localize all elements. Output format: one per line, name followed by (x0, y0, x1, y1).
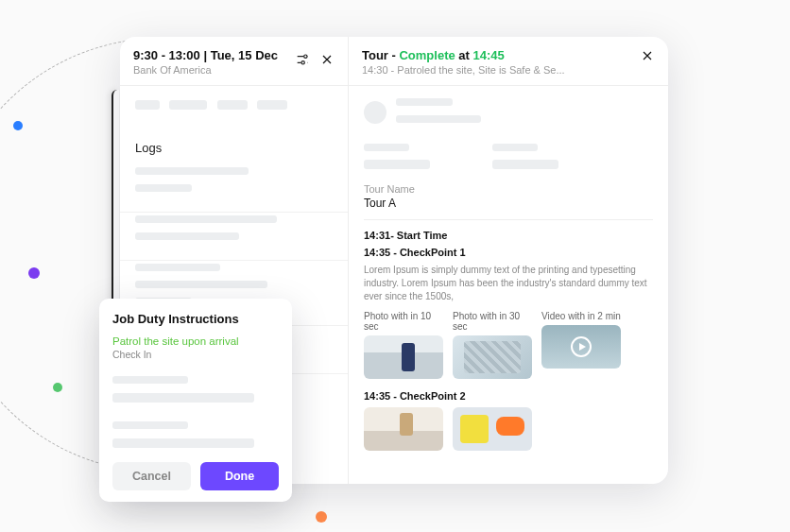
job-duty-modal: Job Duty Instructions Patrol the site up… (99, 299, 292, 502)
media-row: Photo with in 10 sec Photo with in 30 se… (364, 311, 653, 379)
close-icon[interactable] (640, 48, 655, 63)
checkpoint-2-line: 14:35 - CheckPoint 2 (364, 390, 653, 402)
start-time-text: 14:31- Start Time (364, 230, 447, 241)
at-word: at (455, 48, 473, 62)
divider (364, 219, 653, 220)
media-caption: Photo with in 30 sec (453, 311, 532, 332)
modal-title: Job Duty Instructions (112, 312, 279, 326)
photo-thumbnail[interactable] (453, 407, 532, 451)
status-time: 14:45 (473, 48, 505, 62)
checkpoint-1-line: 14:35 - CheckPoint 1 (364, 247, 653, 258)
done-button[interactable]: Done (200, 462, 279, 490)
date-separator: | (200, 48, 211, 62)
decorative-dot (316, 511, 327, 523)
log-item[interactable] (120, 213, 348, 261)
close-icon[interactable] (319, 52, 335, 67)
photo-thumbnail[interactable] (453, 335, 532, 379)
svg-point-1 (301, 61, 304, 64)
start-time-line: 14:31- Start Time (364, 230, 653, 241)
photo-thumbnail[interactable] (364, 407, 443, 451)
schedule-title: 9:30 - 13:00 | Tue, 15 Dec (133, 48, 278, 62)
play-icon (571, 336, 592, 357)
skeleton-block (112, 373, 279, 455)
cancel-button[interactable]: Cancel (112, 462, 191, 490)
tour-status-title: Tour - Complete at 14:45 (362, 48, 565, 62)
decorative-dot (53, 383, 62, 392)
settings-sliders-icon[interactable] (295, 52, 310, 67)
status-word: Complete (399, 48, 455, 62)
tour-name-label: Tour Name (364, 183, 653, 195)
avatar (364, 101, 386, 124)
checkpoint-1-desc: Lorem Ipsum is simply dummy text of the … (364, 264, 653, 303)
decorative-dot (28, 267, 40, 279)
checkpoint-1-text: 14:35 - CheckPoint 1 (364, 247, 466, 258)
right-body: Tour Name Tour A 14:31- Start Time 14:35… (349, 86, 668, 460)
right-header: Tour - Complete at 14:45 14:30 - Patrole… (349, 37, 668, 86)
left-header: 9:30 - 13:00 | Tue, 15 Dec Bank Of Ameri… (120, 37, 348, 86)
tour-name-value: Tour A (364, 197, 653, 210)
media-row (364, 407, 653, 451)
modal-subtext: Check In (112, 349, 279, 360)
decorative-dot (13, 121, 23, 130)
media-caption: Photo with in 10 sec (364, 311, 443, 332)
logs-heading: Logs (120, 124, 348, 164)
checkpoint-2-text: 14:35 - CheckPoint 2 (364, 390, 466, 402)
date-text: Tue, 15 Dec (211, 48, 278, 62)
left-header-titles: 9:30 - 13:00 | Tue, 15 Dec Bank Of Ameri… (133, 48, 278, 76)
log-item[interactable] (120, 164, 348, 213)
tour-subtitle: 14:30 - Patroled the site, Site is Safe … (362, 64, 565, 76)
assignee-row (364, 95, 653, 129)
video-thumbnail[interactable] (541, 325, 621, 369)
right-pane: Tour - Complete at 14:45 14:30 - Patrole… (349, 37, 668, 484)
meta-row (364, 141, 653, 172)
skeleton-row (120, 86, 348, 124)
media-caption: Video with in 2 min (541, 311, 621, 321)
location-subtitle: Bank Of America (133, 64, 278, 76)
modal-actions: Cancel Done (112, 462, 279, 490)
modal-highlight: Patrol the site upon arrival (112, 335, 279, 347)
photo-thumbnail[interactable] (364, 335, 443, 379)
time-range: 9:30 - 13:00 (133, 48, 200, 62)
svg-point-0 (304, 55, 307, 58)
title-prefix: Tour - (362, 48, 399, 62)
